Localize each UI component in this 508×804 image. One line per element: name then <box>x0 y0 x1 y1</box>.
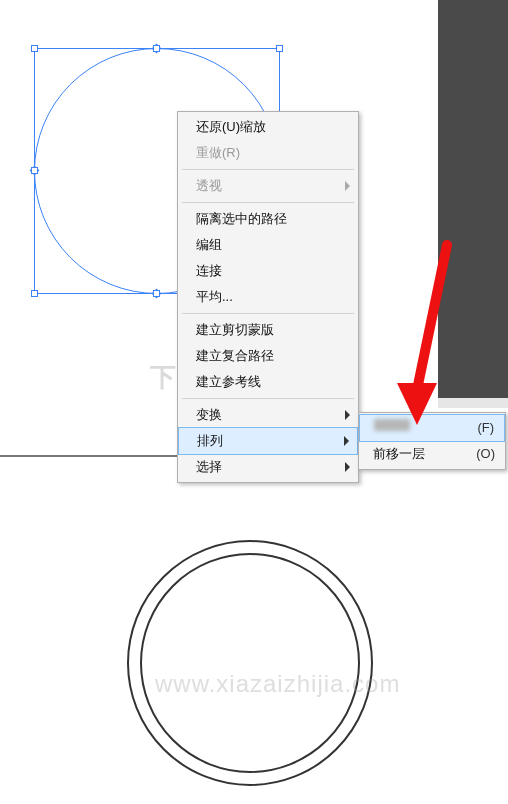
menu-item-compound-path[interactable]: 建立复合路径 <box>178 343 358 369</box>
resize-handle[interactable] <box>153 290 160 297</box>
submenu-label: 前移一层 <box>373 445 425 463</box>
resize-handle[interactable] <box>153 45 160 52</box>
menu-separator <box>182 169 354 170</box>
panel-footer-strip <box>438 398 508 408</box>
submenu-item-bring-forward[interactable]: 前移一层 (O) <box>359 441 505 467</box>
menu-item-select[interactable]: 选择 <box>178 454 358 480</box>
resize-handle[interactable] <box>31 45 38 52</box>
menu-item-guides[interactable]: 建立参考线 <box>178 369 358 395</box>
menu-label: 重做(R) <box>196 145 240 160</box>
submenu-arrange[interactable]: (F) 前移一层 (O) <box>358 412 506 470</box>
app-right-panel <box>438 0 508 408</box>
menu-label: 隔离选中的路径 <box>196 211 287 226</box>
menu-item-isolate[interactable]: 隔离选中的路径 <box>178 206 358 232</box>
menu-item-undo[interactable]: 还原(U)缩放 <box>178 114 358 140</box>
menu-item-redo: 重做(R) <box>178 140 358 166</box>
submenu-row: 前移一层 (O) <box>373 445 495 463</box>
submenu-item-bring-to-front[interactable]: (F) <box>359 414 505 442</box>
menu-label: 选择 <box>196 459 222 474</box>
resize-handle[interactable] <box>31 167 38 174</box>
resize-handle[interactable] <box>276 45 283 52</box>
menu-item-arrange[interactable]: 排列 <box>178 427 358 455</box>
menu-label: 建立参考线 <box>196 374 261 389</box>
menu-separator <box>182 202 354 203</box>
menu-label: 编组 <box>196 237 222 252</box>
submenu-row: (F) <box>374 419 494 437</box>
menu-label: 平均... <box>196 289 233 304</box>
result-inner-ring <box>140 553 360 773</box>
accelerator-text: (O) <box>476 445 495 463</box>
accelerator-text: (F) <box>477 419 494 437</box>
menu-item-clipping-mask[interactable]: 建立剪切蒙版 <box>178 317 358 343</box>
menu-item-join[interactable]: 连接 <box>178 258 358 284</box>
chevron-right-icon <box>345 410 350 420</box>
resize-handle[interactable] <box>31 290 38 297</box>
menu-separator <box>182 313 354 314</box>
context-menu[interactable]: 还原(U)缩放 重做(R) 透视 隔离选中的路径 编组 连接 平均... 建立剪… <box>177 111 359 483</box>
blurred-label <box>374 419 410 431</box>
chevron-right-icon <box>344 436 349 446</box>
menu-item-transform[interactable]: 变换 <box>178 402 358 428</box>
chevron-right-icon <box>345 181 350 191</box>
menu-label: 排列 <box>197 433 223 448</box>
menu-label: 透视 <box>196 178 222 193</box>
menu-item-average[interactable]: 平均... <box>178 284 358 310</box>
menu-label: 连接 <box>196 263 222 278</box>
chevron-right-icon <box>345 462 350 472</box>
menu-separator <box>182 398 354 399</box>
menu-item-group[interactable]: 编组 <box>178 232 358 258</box>
menu-label: 建立复合路径 <box>196 348 274 363</box>
menu-label: 建立剪切蒙版 <box>196 322 274 337</box>
menu-label: 变换 <box>196 407 222 422</box>
menu-item-perspective: 透视 <box>178 173 358 199</box>
menu-label: 还原(U)缩放 <box>196 119 266 134</box>
